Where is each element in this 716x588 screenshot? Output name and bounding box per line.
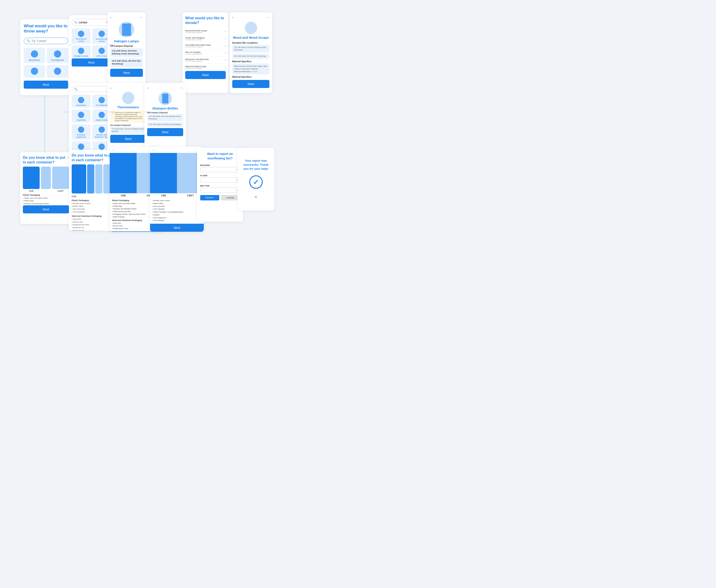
search-row[interactable]: 🔍 ✕ — [72, 19, 111, 26]
list-item: • Rockets, pens or pens — [152, 199, 202, 202]
building-select[interactable]: ∨ — [200, 167, 240, 172]
list-item: • Plastic Packages, non-packaging plasti… — [152, 211, 202, 214]
report-button[interactable]: REPORT — [200, 195, 219, 201]
back-button[interactable]: ‹ — [147, 86, 148, 90]
next-button[interactable]: Next — [150, 224, 204, 232]
next-button[interactable]: Next — [72, 59, 111, 66]
screen-success: Your report was successful. Thank you fo… — [237, 148, 274, 210]
next-button[interactable]: Next — [24, 81, 68, 89]
next-button[interactable]: Next — [110, 69, 143, 77]
bin-type-select[interactable]: ∨ — [200, 188, 240, 193]
list-item[interactable]: One-Sided and Empty Paper 2 W 13th stree… — [185, 42, 226, 49]
screen4-title: What would you like to donate? — [185, 16, 226, 25]
can-section: CAN — [23, 167, 40, 192]
list-item[interactable]: Absorbents — [72, 95, 90, 108]
back-button[interactable]: ‹ — [232, 16, 233, 20]
floor-select[interactable]: ∨ — [200, 177, 240, 183]
list-item[interactable]: Domestic Appliances — [72, 124, 90, 140]
share-icon[interactable]: ⋯ — [180, 86, 183, 90]
list-item[interactable]: Car Batteries — [47, 48, 68, 63]
can-cant-label-row: CAN CAN'T — [150, 193, 204, 198]
item-icon — [99, 97, 105, 103]
share-icon-left[interactable]: ⋯ — [112, 148, 115, 152]
list-item: • Metal Cutlery — [152, 202, 202, 205]
addr-title: 2 W 13th Street, 2nd Floor (Wicking Cent… — [112, 49, 141, 55]
item-icon — [99, 127, 105, 133]
search-input[interactable] — [31, 39, 65, 43]
share-icon-left[interactable]: ⋯ — [152, 148, 155, 152]
warning-box: ⚠ Mercury is a hazardous waste. It shoul… — [110, 110, 146, 123]
next-button[interactable]: Next — [110, 135, 146, 143]
back-button[interactable]: ‹ — [110, 16, 111, 20]
item-label: Car Batteries — [51, 59, 64, 61]
min-text: Minimum dimensions - 2' x 2' — [234, 70, 268, 73]
middle-visual — [41, 167, 51, 189]
list-item: • VHS Cassettes — [152, 208, 202, 211]
mid2-block — [95, 164, 102, 193]
mid-block — [87, 164, 94, 193]
section-title-disposal: Off-Campus Disposal — [110, 45, 143, 47]
list-item[interactable]: Halogen Lamps — [72, 45, 90, 59]
share-icon[interactable]: ⋯ — [266, 16, 269, 19]
plastic-title: Plastic Packaging — [23, 194, 69, 196]
cancel-button[interactable]: CANCEL — [221, 195, 240, 201]
screen-all-items: 🔍 Absorbents Car Batteries Cigarettes Di… — [69, 83, 114, 152]
section-title-specifics-2: Material Specifics: — [232, 76, 269, 78]
screen-can-cant-large-2: ⋯ ⋯ CAN CAN'T • Rockets, pens or pens • … — [150, 147, 204, 232]
list-item[interactable]: Absorbents — [24, 48, 45, 63]
search-bar[interactable]: 🔍 — [24, 38, 68, 44]
item-label: LED Lamps — [96, 55, 107, 57]
address-box-1: 2 W 13th Street, 2nd Floor (Wicking Cent… — [110, 48, 143, 57]
item-label: Fluorescent Lamps — [73, 38, 89, 42]
specifics-box: Make sure your wood is free of glue, nai… — [232, 64, 269, 74]
item-image-inner — [122, 23, 131, 36]
spec-text: Make sure your wood is free of glue, nai… — [234, 65, 268, 70]
screen-donate: What would you like to donate? Wood and … — [183, 12, 228, 93]
next-button[interactable]: Next — [232, 80, 269, 88]
can-block — [110, 153, 136, 193]
list-item[interactable]: Acrylic and Plexiglass 2 W 13th street, … — [185, 35, 226, 42]
list-item[interactable]: Electronics and Electricals 2 W 13th str… — [185, 57, 226, 64]
screen-search-lamps: 🔍 ✕ Fluorescent Lamps Incandescent Lamps… — [69, 15, 114, 85]
item-icon — [78, 48, 84, 54]
can-block — [150, 153, 177, 193]
cant-section: CAN'T — [52, 167, 69, 192]
screen13-title: Want to report an overflowing bin? — [200, 152, 240, 161]
item-image — [119, 22, 134, 37]
list-item[interactable] — [47, 65, 68, 78]
next-button[interactable]: Next — [185, 71, 226, 79]
item-label: Car Batteries — [96, 104, 108, 106]
next-button[interactable]: Next — [147, 128, 183, 136]
item-name: Halogen Lamps — [110, 39, 143, 43]
search-row[interactable]: 🔍 — [72, 86, 111, 92]
arrow-icon: › — [225, 66, 226, 69]
success-checkmark: ✓ — [249, 175, 263, 189]
cant-label: CAN'T — [52, 190, 69, 192]
close-button[interactable]: ✕ — [254, 194, 257, 200]
can-block — [23, 167, 40, 189]
plastic-list: • Yogurt, juice and water bottles • Plas… — [23, 197, 69, 205]
check-icon: ✓ — [253, 178, 259, 186]
list-item[interactable]: Metal and Metal Scraps 2 W 13th street, … — [185, 64, 226, 71]
list-item: • CDs and DVDs — [152, 205, 202, 208]
item-name: Acrylic and Plexiglass — [185, 37, 205, 39]
addr-text: 2 W 13th Street, 2nd Floor (Building Cen… — [112, 128, 145, 132]
address-box: 2 W 13th Street, 2nd Floor (Building Cen… — [110, 127, 146, 134]
list-item[interactable]: Cigarettes — [72, 109, 90, 123]
back-button[interactable]: ‹ — [110, 86, 111, 90]
arrow-icon: › — [225, 51, 226, 55]
share-icon[interactable]: ⋯ — [140, 16, 143, 19]
list-item[interactable]: Misc Art Supplies 2 W 13th street, addre… — [185, 49, 226, 57]
top-bar: ‹ ⋯ — [147, 86, 183, 90]
list-item[interactable]: Wood and Wood Scraps 2 W 13th street, ad… — [185, 28, 226, 35]
search-input[interactable] — [79, 21, 106, 24]
list-item[interactable]: Fluorescent Lamps — [72, 28, 90, 44]
section-title-specifics: Material Specifics: — [232, 60, 269, 63]
search-results-grid: Fluorescent Lamps Incandescent Lamps Hal… — [72, 28, 111, 59]
list-item[interactable] — [24, 65, 45, 78]
list-item: • Yogurt, juice and water bottles — [23, 197, 69, 200]
top-bar: ‹ ⋯ — [110, 16, 143, 20]
search-input[interactable] — [79, 87, 109, 91]
address-box-2: 25 E 13th Street, 4th Floor (E4 Woodshop… — [232, 54, 269, 59]
next-button[interactable]: Next — [23, 205, 69, 213]
